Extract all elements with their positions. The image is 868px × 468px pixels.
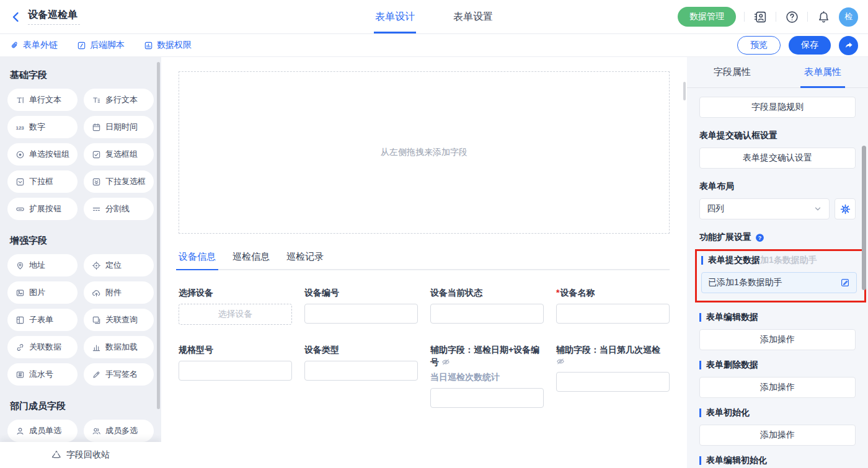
form-field-选择设备[interactable]: 选择设备选择设备 (179, 286, 292, 325)
field-chip-分割线[interactable]: 分割线 (84, 198, 154, 220)
field-input[interactable] (304, 361, 418, 381)
field-chip-成员多选[interactable]: 成员多选 (84, 420, 154, 442)
save-button[interactable]: 保存 (789, 36, 831, 55)
question-badge-icon: ? (755, 233, 764, 242)
field-chip-定位[interactable]: 定位 (84, 254, 154, 276)
field-chip-流水号[interactable]: 流水号 (7, 363, 78, 386)
field-chip-单行文本[interactable]: 单行文本 (7, 89, 78, 111)
field-chip-多行文本[interactable]: 多行文本 (84, 89, 154, 111)
radio-group-icon (16, 150, 25, 159)
field-input[interactable] (179, 361, 292, 381)
add-operation-button[interactable]: 添加操作 (699, 425, 856, 446)
toolbar-link-数据权限[interactable]: 数据权限 (144, 40, 192, 51)
layout-settings-button[interactable] (835, 198, 856, 219)
user-avatar[interactable]: 检 (839, 7, 858, 27)
canvas-scrollbar[interactable] (683, 82, 686, 100)
select-icon (16, 177, 25, 187)
contact-book-icon[interactable] (753, 9, 768, 24)
layout-select[interactable]: 四列 (699, 198, 830, 219)
select-device-box[interactable]: 选择设备 (179, 304, 292, 325)
submit-confirm-settings-button[interactable]: 表单提交确认设置 (699, 148, 856, 169)
form-field-设备类型[interactable]: 设备类型 (304, 343, 418, 408)
divider (807, 12, 808, 22)
field-chip-数字[interactable]: 123数字 (7, 116, 78, 138)
number-icon: 123 (16, 123, 25, 132)
add-operation-button[interactable]: 添加操作 (699, 377, 856, 398)
annotation-highlight-box: 表单提交数据加1条数据助手已添加1条数据助手 (695, 249, 866, 302)
main-tabs: 表单设计表单设置 (375, 0, 493, 33)
section-accent-bar (699, 313, 701, 322)
form-tab-设备信息[interactable]: 设备信息 (179, 251, 216, 269)
data-manage-button[interactable]: 数据管理 (678, 7, 736, 27)
form-layout-title: 表单布局 (699, 181, 856, 192)
field-chip-手写签名[interactable]: 手写签名 (84, 363, 154, 386)
form-field-设备当前状态[interactable]: 设备当前状态 (430, 286, 544, 325)
edit-square-icon[interactable] (840, 278, 850, 288)
data-load-icon (92, 343, 101, 352)
main-tab-表单设计[interactable]: 表单设计 (375, 0, 415, 33)
field-chip-下拉复选框[interactable]: 下拉复选框 (84, 170, 154, 193)
field-chip-label: 日期时间 (105, 121, 138, 133)
add-operation-button[interactable]: 添加操作 (699, 329, 856, 350)
divider (744, 12, 745, 22)
field-chip-附件[interactable]: 附件 (84, 281, 154, 304)
field-chip-成员单选[interactable]: 成员单选 (7, 420, 78, 442)
share-button[interactable] (839, 36, 858, 55)
palette-section-title: 部门成员字段 (10, 400, 154, 412)
data-assistant-box[interactable]: 已添加1条数据助手 (701, 272, 857, 293)
notification-bell-icon[interactable] (816, 9, 831, 24)
section-accent-bar (699, 456, 701, 465)
properties-tab-字段属性[interactable]: 字段属性 (687, 57, 777, 87)
form-field-辅助字段：当日第几次巡检[interactable]: 辅助字段：当日第几次巡检 (556, 343, 670, 408)
field-label: 辅助字段：巡检日期+设备编号 (430, 343, 544, 368)
field-chip-图片[interactable]: 图片 (7, 281, 78, 304)
member-multi-icon (92, 426, 101, 436)
form-title[interactable]: 设备巡检单 (28, 9, 80, 25)
field-chip-label: 手写签名 (105, 369, 138, 380)
link-icon (10, 41, 19, 50)
select-device-placeholder: 选择设备 (218, 309, 253, 320)
form-field-设备编号[interactable]: 设备编号 (304, 286, 418, 325)
field-recycle-bin[interactable]: 字段回收站 (0, 442, 161, 468)
form-tab-巡检信息[interactable]: 巡检信息 (232, 251, 270, 269)
attachment-icon (92, 288, 101, 298)
dropzone[interactable]: 从左侧拖拽来添加字段 (179, 71, 670, 234)
field-chip-数据加载[interactable]: 数据加载 (84, 336, 154, 358)
toolbar-link-后端脚本[interactable]: 后端脚本 (77, 40, 125, 51)
section-accent-bar (699, 361, 701, 369)
field-chip-label: 分割线 (105, 203, 130, 214)
field-hidden-row (556, 356, 670, 367)
panel-scrollbar[interactable] (862, 146, 866, 290)
field-visibility-rules-button[interactable]: 字段显隐规则 (699, 97, 856, 118)
field-chip-扩展按钮[interactable]: 扩展按钮 (7, 198, 78, 220)
field-input[interactable] (430, 388, 544, 408)
main-tab-表单设置[interactable]: 表单设置 (453, 0, 493, 33)
help-icon[interactable] (784, 9, 799, 24)
field-input[interactable] (430, 304, 544, 324)
form-toolbar: 表单外链后端脚本数据权限 预览 保存 (0, 34, 868, 57)
palette-chip-grid: 地址定位图片附件子表单关联查询关联数据数据加载流水号手写签名 (7, 254, 154, 386)
field-chip-label: 成员单选 (29, 425, 61, 436)
form-field-设备名称[interactable]: *设备名称 (556, 286, 670, 325)
properties-tab-表单属性[interactable]: 表单属性 (777, 57, 868, 87)
section-accent-bar (701, 256, 703, 265)
preview-button[interactable]: 预览 (737, 36, 781, 55)
field-chip-日期时间[interactable]: 日期时间 (84, 116, 154, 138)
form-field-辅助字段：巡检日期+设备编号[interactable]: 辅助字段：巡检日期+设备编号当日巡检次数统计 (430, 343, 544, 408)
field-chip-关联数据[interactable]: 关联数据 (7, 336, 78, 358)
field-input[interactable] (304, 304, 418, 324)
field-chip-单选按钮组[interactable]: 单选按钮组 (7, 143, 78, 166)
field-chip-复选框组[interactable]: 复选框组 (84, 143, 154, 166)
field-input[interactable] (556, 372, 670, 392)
divider-icon (92, 205, 101, 214)
back-button[interactable] (10, 11, 22, 23)
toolbar-link-表单外链[interactable]: 表单外链 (10, 40, 58, 51)
sidebar-scrollbar[interactable] (157, 62, 160, 409)
field-chip-子表单[interactable]: 子表单 (7, 309, 78, 331)
field-chip-关联查询[interactable]: 关联查询 (84, 309, 154, 331)
form-tab-巡检记录[interactable]: 巡检记录 (286, 251, 324, 269)
form-field-规格型号[interactable]: 规格型号 (179, 343, 292, 408)
field-input[interactable] (556, 304, 670, 324)
field-chip-下拉框[interactable]: 下拉框 (7, 170, 78, 193)
field-chip-地址[interactable]: 地址 (7, 254, 78, 276)
